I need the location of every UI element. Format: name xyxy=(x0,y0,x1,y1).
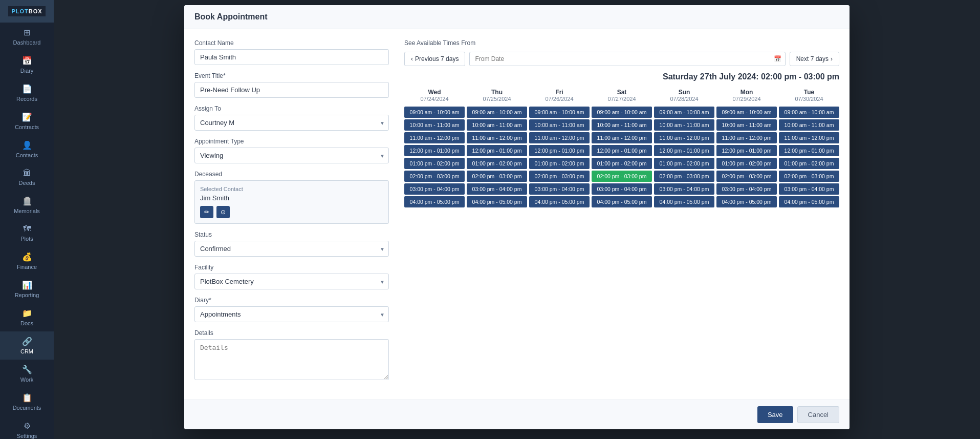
time-slot[interactable]: 02:00 pm - 03:00 pm xyxy=(529,171,590,182)
cancel-button[interactable]: Cancel xyxy=(797,406,839,423)
time-slot[interactable]: 09:00 am - 10:00 am xyxy=(592,107,652,118)
sidebar-item-documents[interactable]: 📋 Documents xyxy=(0,388,54,416)
time-slot[interactable]: 01:00 pm - 02:00 pm xyxy=(467,158,527,169)
time-slot[interactable]: 04:00 pm - 05:00 pm xyxy=(716,196,777,207)
time-slot[interactable]: 03:00 pm - 04:00 pm xyxy=(779,183,839,195)
time-slot[interactable]: 04:00 pm - 05:00 pm xyxy=(529,196,590,207)
time-slot[interactable]: 10:00 am - 11:00 am xyxy=(467,119,527,131)
day-date: 07/28/2024 xyxy=(654,96,714,102)
time-slot[interactable]: 01:00 pm - 02:00 pm xyxy=(529,158,590,169)
time-slot[interactable]: 11:00 am - 12:00 pm xyxy=(654,132,714,143)
sidebar-item-memorials[interactable]: 🪦 Memorials xyxy=(0,191,54,219)
time-slot[interactable]: 10:00 am - 11:00 am xyxy=(592,119,652,131)
time-slot[interactable]: 04:00 pm - 05:00 pm xyxy=(779,196,839,207)
save-button[interactable]: Save xyxy=(757,406,793,423)
time-slot[interactable]: 11:00 am - 12:00 pm xyxy=(779,132,839,143)
diary-select[interactable]: Appointments xyxy=(194,306,389,322)
time-slot[interactable]: 01:00 pm - 02:00 pm xyxy=(592,158,652,169)
time-slot[interactable]: 10:00 am - 11:00 am xyxy=(716,119,777,131)
details-textarea[interactable] xyxy=(194,339,389,380)
time-slot[interactable]: 10:00 am - 11:00 am xyxy=(779,119,839,131)
prev-7-days-button[interactable]: ‹ Previous 7 days xyxy=(404,52,465,66)
status-select[interactable]: Confirmed xyxy=(194,241,389,257)
time-slot[interactable]: 12:00 pm - 01:00 pm xyxy=(779,145,839,156)
time-slot[interactable]: 10:00 am - 11:00 am xyxy=(654,119,714,131)
time-slot[interactable]: 04:00 pm - 05:00 pm xyxy=(592,196,652,207)
day-col-mon: Mon07/29/202409:00 am - 10:00 am10:00 am… xyxy=(716,89,777,207)
from-date-input[interactable] xyxy=(469,52,785,66)
time-slot[interactable]: 11:00 am - 12:00 pm xyxy=(716,132,777,143)
contact-name-group: Contact Name xyxy=(194,39,389,65)
event-title-input[interactable] xyxy=(194,82,389,98)
time-slot[interactable]: 03:00 pm - 04:00 pm xyxy=(654,183,714,195)
time-slot[interactable]: 02:00 pm - 03:00 pm xyxy=(654,171,714,182)
time-slot[interactable]: 09:00 am - 10:00 am xyxy=(529,107,590,118)
time-slot[interactable]: 03:00 pm - 04:00 pm xyxy=(529,183,590,195)
logo: PLOTBOX xyxy=(0,0,54,23)
time-slot[interactable]: 03:00 pm - 04:00 pm xyxy=(467,183,527,195)
sidebar-item-contacts[interactable]: 👤 Contacts xyxy=(0,135,54,163)
sidebar-item-contracts[interactable]: 📝 Contracts xyxy=(0,107,54,135)
time-slot[interactable]: 02:00 pm - 03:00 pm xyxy=(592,171,652,182)
time-slot[interactable]: 12:00 pm - 01:00 pm xyxy=(654,145,714,156)
view-deceased-button[interactable]: ⊙ xyxy=(216,206,230,218)
sidebar-item-settings[interactable]: ⚙ Settings xyxy=(0,416,54,439)
facility-wrapper: PlotBox Cemetery ▼ xyxy=(194,274,389,289)
sidebar-item-reporting[interactable]: 📊 Reporting xyxy=(0,275,54,303)
time-slot[interactable]: 01:00 pm - 02:00 pm xyxy=(716,158,777,169)
deeds-icon: 🏛 xyxy=(23,169,31,178)
time-slot[interactable]: 09:00 am - 10:00 am xyxy=(404,107,465,118)
time-slot[interactable]: 04:00 pm - 05:00 pm xyxy=(404,196,465,207)
time-slot[interactable]: 03:00 pm - 04:00 pm xyxy=(404,183,465,195)
time-slot[interactable]: 04:00 pm - 05:00 pm xyxy=(654,196,714,207)
diary-group: Diary* Appointments ▼ xyxy=(194,297,389,322)
sidebar-item-diary[interactable]: 📅 Diary xyxy=(0,51,54,79)
sidebar-item-plots[interactable]: 🗺 Plots xyxy=(0,219,54,247)
settings-icon: ⚙ xyxy=(24,421,31,431)
time-slot[interactable]: 03:00 pm - 04:00 pm xyxy=(716,183,777,195)
time-slot[interactable]: 04:00 pm - 05:00 pm xyxy=(467,196,527,207)
time-slot[interactable]: 09:00 am - 10:00 am xyxy=(779,107,839,118)
day-header: Mon07/29/2024 xyxy=(716,89,777,102)
time-slot[interactable]: 03:00 pm - 04:00 pm xyxy=(592,183,652,195)
sidebar-item-dashboard[interactable]: ⊞ Dashboard xyxy=(0,23,54,51)
appointment-type-select[interactable]: Viewing xyxy=(194,148,389,163)
time-slot[interactable]: 11:00 am - 12:00 pm xyxy=(529,132,590,143)
sidebar-item-docs[interactable]: 📁 Docs xyxy=(0,303,54,331)
time-slot[interactable]: 12:00 pm - 01:00 pm xyxy=(467,145,527,156)
time-slot[interactable]: 02:00 pm - 03:00 pm xyxy=(716,171,777,182)
time-slot[interactable]: 02:00 pm - 03:00 pm xyxy=(779,171,839,182)
time-slot[interactable]: 01:00 pm - 02:00 pm xyxy=(404,158,465,169)
time-slot[interactable]: 12:00 pm - 01:00 pm xyxy=(404,145,465,156)
time-slot[interactable]: 09:00 am - 10:00 am xyxy=(716,107,777,118)
edit-deceased-button[interactable]: ✏ xyxy=(200,206,213,218)
reporting-icon: 📊 xyxy=(22,280,32,290)
time-slot[interactable]: 12:00 pm - 01:00 pm xyxy=(716,145,777,156)
day-col-sat: Sat07/27/202409:00 am - 10:00 am10:00 am… xyxy=(592,89,652,207)
sidebar-item-work[interactable]: 🔧 Work xyxy=(0,360,54,388)
time-slot[interactable]: 01:00 pm - 02:00 pm xyxy=(654,158,714,169)
selected-time-display: Saturday 27th July 2024: 02:00 pm - 03:0… xyxy=(404,72,839,81)
time-slot[interactable]: 11:00 am - 12:00 pm xyxy=(404,132,465,143)
time-slot[interactable]: 12:00 pm - 01:00 pm xyxy=(592,145,652,156)
time-slot[interactable]: 10:00 am - 11:00 am xyxy=(529,119,590,131)
time-slot[interactable]: 02:00 pm - 03:00 pm xyxy=(467,171,527,182)
time-slot[interactable]: 12:00 pm - 01:00 pm xyxy=(529,145,590,156)
time-slot[interactable]: 09:00 am - 10:00 am xyxy=(654,107,714,118)
time-slot[interactable]: 11:00 am - 12:00 pm xyxy=(467,132,527,143)
assign-to-select[interactable]: Courtney M xyxy=(194,115,389,131)
sidebar-item-records[interactable]: 📄 Records xyxy=(0,79,54,107)
sidebar-item-crm[interactable]: 🔗 CRM xyxy=(0,331,54,360)
time-slot[interactable]: 09:00 am - 10:00 am xyxy=(467,107,527,118)
time-slot[interactable]: 02:00 pm - 03:00 pm xyxy=(404,171,465,182)
next-7-days-button[interactable]: Next 7 days › xyxy=(790,52,839,66)
time-slot[interactable]: 10:00 am - 11:00 am xyxy=(404,119,465,131)
sidebar-item-deeds[interactable]: 🏛 Deeds xyxy=(0,163,54,191)
facility-select[interactable]: PlotBox Cemetery xyxy=(194,274,389,289)
day-date: 07/26/2024 xyxy=(529,96,590,102)
details-group: Details xyxy=(194,329,389,382)
time-slot[interactable]: 11:00 am - 12:00 pm xyxy=(592,132,652,143)
time-slot[interactable]: 01:00 pm - 02:00 pm xyxy=(779,158,839,169)
contact-name-input[interactable] xyxy=(194,49,389,65)
sidebar-item-finance[interactable]: 💰 Finance xyxy=(0,247,54,275)
